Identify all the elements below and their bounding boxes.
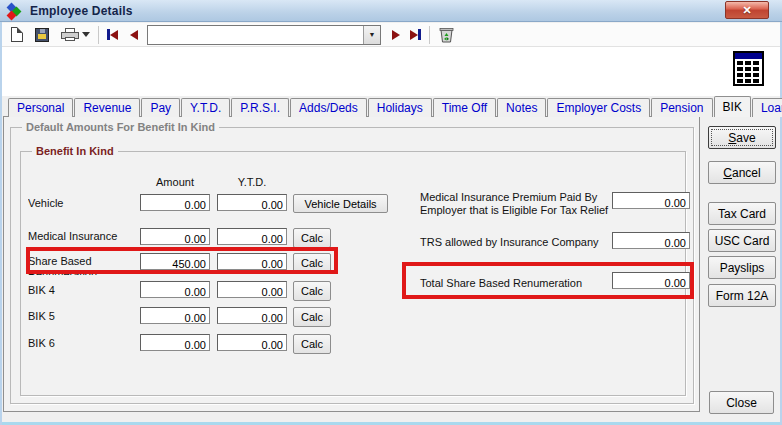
tab-personal[interactable]: Personal [8, 98, 73, 117]
tab-loan-ac[interactable]: Loan A/C [752, 98, 782, 117]
payslips-button[interactable]: Payslips [708, 256, 776, 279]
form-12a-button[interactable]: Form 12A [708, 284, 776, 307]
save-icon [35, 28, 49, 42]
bik5-calc-button[interactable]: Calc [293, 307, 331, 327]
chevron-down-icon: ▼ [369, 31, 376, 38]
previous-record-button[interactable] [127, 24, 141, 46]
tab-notes[interactable]: Notes [497, 98, 546, 117]
record-selector-dropdown-button[interactable]: ▼ [363, 26, 380, 44]
tab-ytd[interactable]: Y.T.D. [181, 98, 230, 117]
next-record-button[interactable] [389, 24, 403, 46]
tab-pension[interactable]: Pension [651, 98, 712, 117]
bik4-amount-field[interactable] [140, 281, 210, 298]
last-record-button[interactable] [407, 24, 424, 46]
label-medical-premium-tax-relief: Medical Insurance Premium Paid By Employ… [420, 191, 616, 217]
tab-revenue[interactable]: Revenue [74, 98, 140, 117]
medical-insurance-ytd-field[interactable] [217, 228, 287, 245]
bik5-ytd-field[interactable] [217, 307, 287, 324]
delete-record-button[interactable] [435, 24, 458, 46]
label-trs-allowed: TRS allowed by Insurance Company [420, 236, 616, 249]
tab-time-off[interactable]: Time Off [433, 98, 496, 117]
window-close-button[interactable]: ✕ [725, 1, 769, 19]
total-share-based-renumeration-field[interactable] [612, 272, 690, 289]
toolbar: ▼ [2, 23, 780, 47]
usc-card-button[interactable]: USC Card [708, 229, 776, 252]
printer-icon [61, 28, 79, 41]
bik4-calc-button[interactable]: Calc [293, 281, 331, 301]
employee-grid-icon[interactable] [733, 51, 764, 86]
vehicle-amount-field[interactable] [140, 194, 210, 211]
row-label-vehicle: Vehicle [28, 197, 134, 217]
medical-insurance-calc-button[interactable]: Calc [293, 228, 331, 248]
print-dropdown-icon [82, 32, 90, 37]
bik6-ytd-field[interactable] [217, 334, 287, 351]
row-label-bik4: BIK 4 [28, 284, 134, 304]
tab-adds-deds[interactable]: Adds/Deds [290, 98, 367, 117]
toolbar-separator [429, 26, 430, 44]
row-label-bik6: BIK 6 [28, 337, 134, 357]
employee-details-window: Employee Details ✕ ▼ [0, 0, 782, 425]
previous-record-icon [130, 30, 138, 40]
vehicle-details-button[interactable]: Vehicle Details [293, 194, 388, 213]
tab-strip: Personal Revenue Pay Y.T.D. P.R.S.I. Add… [8, 96, 782, 117]
bik5-amount-field[interactable] [140, 307, 210, 324]
cancel-button[interactable]: Cancel [708, 161, 776, 184]
first-record-button[interactable] [104, 24, 121, 46]
toolbar-separator [98, 26, 99, 44]
last-record-icon [410, 30, 418, 40]
bik6-amount-field[interactable] [140, 334, 210, 351]
print-button[interactable] [58, 24, 93, 46]
window-title: Employee Details [30, 4, 133, 18]
save-button[interactable]: Save [708, 126, 776, 149]
share-based-ytd-field[interactable] [217, 253, 287, 270]
tab-holidays[interactable]: Holidays [368, 98, 432, 117]
benefit-in-kind-groupbox-title: Benefit In Kind [32, 145, 118, 157]
tab-prsi[interactable]: P.R.S.I. [231, 98, 289, 117]
tab-employer-costs[interactable]: Employer Costs [547, 98, 650, 117]
medical-premium-tax-relief-field[interactable] [612, 192, 690, 209]
share-based-amount-field[interactable] [140, 253, 210, 270]
close-icon: ✕ [742, 4, 751, 17]
record-selector-combobox[interactable]: ▼ [147, 25, 381, 45]
bik4-ytd-field[interactable] [217, 281, 287, 298]
vehicle-ytd-field[interactable] [217, 194, 287, 211]
record-selector-input[interactable] [148, 26, 363, 44]
tab-bik[interactable]: BIK [714, 96, 751, 117]
column-header-ytd: Y.T.D. [217, 176, 287, 188]
new-record-button[interactable] [8, 24, 26, 46]
label-total-share-based-renumeration: Total Share Based Renumeration [420, 277, 608, 290]
form-header-area [2, 47, 780, 96]
next-record-icon [392, 30, 400, 40]
default-amounts-groupbox-title: Default Amounts For Benefit In Kind [22, 121, 219, 133]
app-icon [6, 3, 22, 19]
trs-allowed-field[interactable] [612, 232, 690, 249]
bik6-calc-button[interactable]: Calc [293, 334, 331, 354]
save-record-button[interactable] [32, 24, 52, 46]
tab-pay[interactable]: Pay [141, 98, 180, 117]
medical-insurance-amount-field[interactable] [140, 228, 210, 245]
share-based-calc-button[interactable]: Calc [293, 253, 331, 273]
new-document-icon [11, 27, 23, 42]
tax-card-button[interactable]: Tax Card [708, 202, 776, 225]
row-label-share-based-renumeration: Share Based Renumeration [28, 255, 134, 275]
recycle-bin-icon [438, 26, 455, 43]
row-label-medical-insurance: Medical Insurance [28, 230, 134, 250]
row-label-bik5: BIK 5 [28, 310, 134, 330]
title-bar: Employee Details ✕ [0, 0, 782, 22]
column-header-amount: Amount [140, 176, 210, 188]
close-button[interactable]: Close [709, 391, 774, 414]
